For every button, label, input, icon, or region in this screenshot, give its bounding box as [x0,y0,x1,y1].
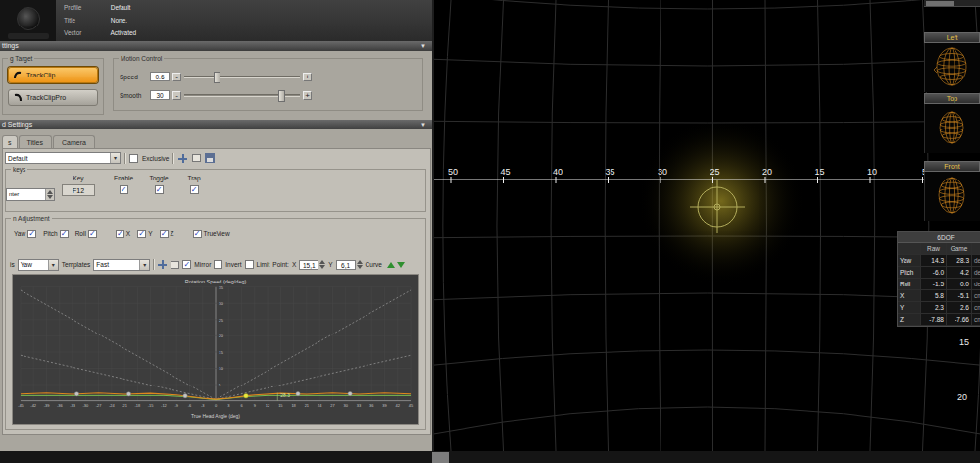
six-dof-row-roll: Roll-1.50.0deg [898,279,980,290]
hotkey-action-combo[interactable]: nter [6,188,55,201]
templates-dropdown[interactable]: Fast [93,259,150,271]
spin-down-icon[interactable] [319,265,325,269]
tab-camera[interactable]: Camera [53,135,95,148]
svg-text:15: 15 [219,350,224,355]
smooth-plus-button[interactable]: + [303,91,312,100]
axis-toggle-checkbox[interactable] [160,230,169,238]
point-x-spinner[interactable]: 15,1 [299,260,325,270]
curve-point[interactable] [74,392,78,396]
point-x-value[interactable]: 15,1 [299,260,318,270]
enable-checkbox[interactable] [120,185,128,194]
dof-raw-value: -1.5 [921,279,947,289]
point-y-spinner[interactable]: 6,1 [336,260,363,270]
view-scrollbar[interactable] [924,0,980,7]
axis-toggle-pitch[interactable]: Pitch [43,230,68,238]
select-frame-icon[interactable] [171,261,179,269]
head-view-top-panel[interactable]: Top [924,93,980,153]
spinner-buttons[interactable] [357,260,363,269]
trap-checkbox[interactable] [190,185,199,194]
axis-toggle-z[interactable]: Z [160,230,174,238]
curve-point[interactable] [183,394,187,398]
axis-toggle-roll[interactable]: Roll [75,230,97,238]
rotation-curve-graph[interactable]: 3530252015105-45-42-39-36-33-30-27-24-21… [12,274,419,425]
move-point-icon[interactable] [157,259,168,270]
curve-down-icon[interactable] [397,262,405,268]
chevron-down-icon[interactable] [110,153,120,163]
tracking-3d-view[interactable]: 5045403530252015105 Left Top Front 6DOFR… [434,0,980,451]
smooth-minus-button[interactable]: - [172,91,181,100]
chevron-down-icon[interactable] [48,260,58,270]
new-profile-icon[interactable] [192,154,201,162]
axis-toggle-checkbox[interactable] [137,230,146,238]
invert-checkbox[interactable] [214,260,222,269]
axis-toggle-yaw[interactable]: Yaw [14,230,36,238]
tab-profiles[interactable]: s [2,135,18,148]
tab-titles[interactable]: Titles [19,135,52,148]
hotkeys-group: keys nter Key F12 Enable Toggle [5,169,426,212]
speed-plus-button[interactable]: + [303,73,312,81]
profile-dropdown[interactable]: Default [5,152,121,164]
hotkey-key-button[interactable]: F12 [62,184,95,196]
axis-toggle-checkbox[interactable] [193,230,202,238]
head-view-top-label: Top [924,93,980,104]
mirror-checkbox[interactable] [182,260,191,269]
view-scrollbar-thumb[interactable] [926,1,954,6]
trap-column-header: Trap [176,175,212,181]
rotation-curve-svg[interactable]: 3530252015105-45-42-39-36-33-30-27-24-21… [13,275,418,424]
point-y-value[interactable]: 6,1 [336,260,356,270]
head-view-front-panel[interactable]: Front [924,161,980,221]
smooth-value-field[interactable]: 30 [150,90,170,100]
curve-point[interactable] [296,392,300,396]
current-angle-value: 28.3 [280,393,290,398]
axis-toggle-checkbox[interactable] [116,230,124,238]
speed-slider[interactable] [184,76,300,78]
chevron-down-icon[interactable] [139,260,149,270]
collapse-chevron-icon[interactable] [420,41,426,51]
toggle-checkbox[interactable] [155,185,164,194]
settings-section-header[interactable]: ttings [0,41,434,51]
curve-point[interactable] [126,392,130,396]
speed-value-field[interactable]: 0.6 [150,72,170,81]
spin-down-icon[interactable] [357,265,363,269]
svg-text:42: 42 [396,403,400,408]
axis-toggle-checkbox[interactable] [88,230,97,238]
collapse-chevron-icon[interactable] [420,120,426,129]
curve-point[interactable] [348,391,352,395]
six-dof-title: 6DOF [898,232,980,243]
spinner-buttons[interactable] [319,260,325,269]
head-view-left-panel[interactable]: Left [924,32,980,92]
svg-text:27: 27 [330,403,334,408]
dof-unit: cm [972,314,980,325]
limit-checkbox[interactable] [245,260,254,269]
axes-toggle-row: YawPitchRollXYZTrueView [14,229,419,239]
speed-minus-button[interactable]: - [172,73,181,81]
axis-dropdown[interactable]: Yaw [18,259,59,271]
center-view-icon[interactable] [177,153,188,164]
svg-text:12: 12 [266,403,270,408]
advanced-settings-header[interactable]: d Settings [0,120,434,129]
speed-slider-thumb[interactable] [214,72,220,83]
smooth-slider[interactable] [184,94,300,97]
axis-toggle-checkbox[interactable] [60,230,69,238]
spin-down-icon[interactable] [47,195,53,199]
dof-unit: deg [972,279,980,289]
bottom-resize-notch[interactable] [432,452,449,463]
spin-up-icon[interactable] [47,190,53,194]
tracking-target-group: g Target TrackClip TrackClipPro [2,58,104,115]
axis-toggle-checkbox[interactable] [27,230,36,238]
trackclippro-button[interactable]: TrackClipPro [8,89,98,106]
curve-point-selected[interactable] [244,393,249,398]
save-icon[interactable] [205,153,215,163]
axis-toggle-trueview[interactable]: TrueView [193,230,230,238]
axis-toggle-y[interactable]: Y [137,230,152,238]
tracking-grid-svg[interactable]: 5045403530252015105 [434,0,980,451]
trackclip-button[interactable]: TrackClip [8,67,98,83]
exclusive-checkbox[interactable] [129,154,138,163]
axis-tick-label: 15 [814,167,824,177]
smooth-slider-thumb[interactable] [278,90,285,102]
curve-up-icon[interactable] [387,262,395,268]
axis-toggle-x[interactable]: X [116,230,130,238]
spinner-buttons[interactable] [45,189,54,200]
spin-up-icon[interactable] [319,260,325,264]
spin-up-icon[interactable] [357,260,363,264]
